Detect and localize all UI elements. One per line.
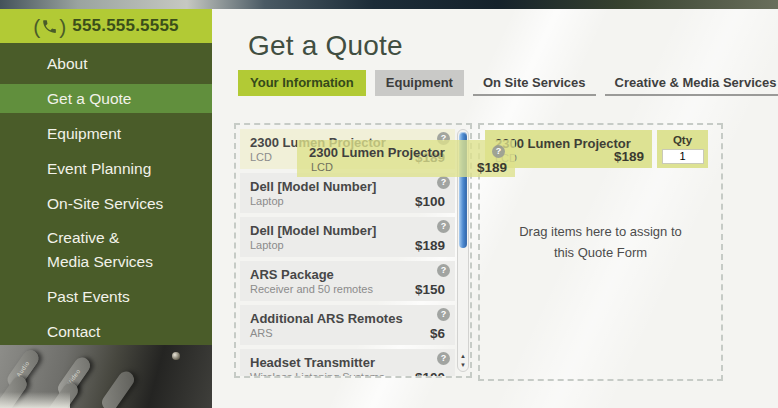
sidebar-item-about[interactable]: About: [0, 49, 212, 78]
sidebar-item-get-a-quote[interactable]: Get a Quote: [0, 84, 212, 113]
help-icon[interactable]: ?: [437, 220, 450, 233]
quote-dropzone-panel[interactable]: 2300 Lumen Projector LCD $189 Qty Drag i…: [478, 123, 723, 381]
catalog-scrollbar[interactable]: ▲ ▼: [457, 129, 469, 372]
phone-icon: [41, 18, 58, 35]
catalog-item-dell-laptop-2[interactable]: Dell [Model Number] Laptop $189 ?: [240, 217, 455, 257]
scrollbar-thumb[interactable]: [459, 132, 467, 248]
background-photo-top: [0, 0, 778, 9]
help-icon[interactable]: ?: [437, 352, 450, 365]
photo-highlight: [0, 392, 70, 408]
phone-number: 555.555.5555: [72, 16, 178, 36]
phone-icon-paren-right: ): [59, 16, 66, 37]
catalog-item-additional-ars-remotes[interactable]: Additional ARS Remotes ARS $6 ?: [240, 305, 455, 345]
help-icon[interactable]: ?: [437, 132, 450, 145]
catalog-item-ars-package[interactable]: ARS Package Receiver and 50 remotes $150…: [240, 261, 455, 301]
qty-input[interactable]: [662, 149, 704, 164]
catalog-item-headset-transmitter[interactable]: Headset Transmitter Wireless Listening S…: [240, 349, 455, 378]
qty-box: Qty: [657, 130, 708, 168]
dropzone-hint: Drag items here to assign to this Quote …: [480, 221, 721, 263]
phone-bar: ( ) 555.555.5555: [0, 9, 212, 43]
tab-on-site-services[interactable]: On Site Services: [473, 70, 596, 96]
photo-screw: [172, 352, 180, 360]
quote-tabs: Your Information Equipment On Site Servi…: [238, 70, 778, 96]
sidebar-item-equipment[interactable]: Equipment: [0, 119, 212, 148]
sidebar-item-contact[interactable]: Contact: [0, 317, 212, 346]
sidebar-item-past-events[interactable]: Past Events: [0, 282, 212, 311]
scroll-down-icon[interactable]: ▼: [458, 361, 468, 370]
phone-icon-paren-left: (: [33, 16, 40, 37]
assigned-item-row: 2300 Lumen Projector LCD $189 Qty: [485, 130, 708, 168]
tab-your-information[interactable]: Your Information: [238, 70, 366, 96]
equipment-catalog-panel: 2300 Lumen Projector LCD $189 ? Dell [Mo…: [234, 123, 472, 378]
catalog-item-dell-laptop-1[interactable]: Dell [Model Number] Laptop $100 ?: [240, 173, 455, 213]
help-icon[interactable]: ?: [437, 308, 450, 321]
catalog-item-2300-lumen-projector[interactable]: 2300 Lumen Projector LCD $189 ?: [240, 129, 455, 169]
scroll-up-icon[interactable]: ▲: [458, 352, 468, 361]
help-icon[interactable]: ?: [437, 176, 450, 189]
assigned-item-2300-lumen-projector[interactable]: 2300 Lumen Projector LCD $189: [485, 130, 652, 168]
help-icon[interactable]: ?: [437, 264, 450, 277]
sidebar-nav: About Get a Quote Equipment Event Planni…: [0, 43, 212, 345]
main-content: Get a Quote Your Information Equipment O…: [212, 9, 778, 408]
tab-creative-media-services[interactable]: Creative & Media Services: [605, 70, 778, 96]
sidebar-item-on-site-services[interactable]: On-Site Services: [0, 189, 212, 218]
background-photo-remote: Audio Video: [0, 345, 212, 408]
tab-equipment[interactable]: Equipment: [375, 70, 464, 96]
page-title: Get a Quote: [248, 30, 403, 62]
qty-label: Qty: [657, 134, 708, 146]
photo-remote-key: [99, 368, 137, 408]
page: { "top_bar": { "phone_number": "555.555.…: [0, 0, 778, 408]
sidebar-item-event-planning[interactable]: Event Planning: [0, 154, 212, 183]
sidebar-item-creative-media-services[interactable]: Creative & Media Services: [0, 224, 212, 276]
